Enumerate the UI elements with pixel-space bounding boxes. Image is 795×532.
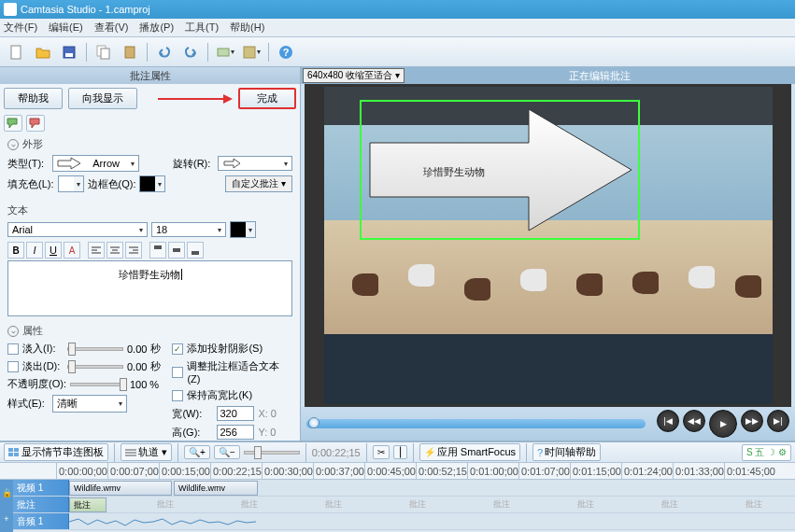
rewind-button[interactable]: ◀◀	[683, 410, 705, 432]
collapse-icon[interactable]: ⌵	[7, 139, 19, 150]
video-track-label[interactable]: 视频 1	[13, 480, 69, 496]
storyboard-button[interactable]: 显示情节串连图板	[4, 443, 108, 461]
new-icon[interactable]	[6, 41, 28, 63]
custom-callout-button[interactable]: 自定义批注 ▾	[225, 175, 292, 192]
callout-track-content[interactable]: 批注 批注 批注 批注 批注 批注 批注 批注 批注	[69, 497, 795, 512]
preview-canvas[interactable]: 珍惜野生动物	[305, 84, 791, 407]
copy-icon[interactable]	[92, 41, 115, 63]
svg-rect-26	[14, 453, 19, 456]
align-left-button[interactable]	[88, 242, 105, 259]
add-callout-icon[interactable]	[4, 115, 22, 132]
height-input[interactable]	[217, 425, 254, 440]
style-dropdown[interactable]: 清晰▾	[52, 395, 127, 413]
timeline-zoom-slider[interactable]	[244, 451, 300, 455]
smartfocus-button[interactable]: ⚡应用 SmartFocus	[419, 443, 520, 461]
expand-icon[interactable]: +	[4, 514, 8, 524]
menu-edit[interactable]: 编辑(E)	[49, 21, 83, 35]
split-button[interactable]: ⎮	[393, 445, 407, 459]
rotate-dropdown[interactable]: ▾	[218, 156, 292, 171]
style-label: 样式(E):	[7, 397, 49, 411]
keep-ratio-checkbox[interactable]	[172, 390, 183, 401]
scrubber[interactable]	[306, 419, 646, 428]
callout-track-label[interactable]: 批注	[13, 497, 69, 512]
paste-icon[interactable]	[119, 41, 141, 63]
main-area: 批注属性 帮助我 向我显示 完成 ⌵外形 类型(T): Arrow▾ 旋转	[0, 67, 795, 441]
forward-button[interactable]: ▶▶	[741, 410, 763, 432]
zoom-dropdown[interactable]: 640x480 收缩至适合 ▾	[303, 68, 405, 83]
next-button[interactable]: ▶|	[767, 410, 789, 432]
audio-track-label[interactable]: 音频 1	[13, 513, 69, 529]
annotation-arrow	[143, 91, 233, 107]
redo-icon[interactable]	[179, 41, 202, 63]
help-me-button[interactable]: 帮助我	[4, 88, 63, 109]
menu-view[interactable]: 查看(V)	[94, 21, 129, 35]
menu-help[interactable]: 帮助(H)	[230, 21, 264, 35]
undo-icon[interactable]	[153, 41, 176, 63]
font-size-dropdown[interactable]: 18▾	[151, 222, 226, 237]
svg-rect-7	[244, 47, 255, 58]
font-dropdown[interactable]: Arial▾	[7, 222, 148, 237]
menu-tools[interactable]: 工具(T)	[185, 21, 219, 35]
prev-button[interactable]: |◀	[657, 410, 679, 432]
track-lock-column: 🔒 +	[0, 480, 13, 532]
video-clip[interactable]: Wildlife.wmv	[174, 481, 258, 496]
text-color-a-button[interactable]: A	[64, 242, 80, 259]
time-ruler[interactable]: 0:00:00;00 0:00:07;00 0:00:15;00 0:00:22…	[0, 463, 795, 480]
resize-text-checkbox[interactable]	[172, 367, 183, 378]
fadein-checkbox[interactable]	[7, 343, 19, 355]
fadeout-slider[interactable]	[67, 365, 123, 369]
remove-callout-icon[interactable]	[26, 115, 45, 132]
cut-button[interactable]: ✂	[373, 445, 390, 459]
done-button[interactable]: 完成	[238, 88, 296, 109]
scrubber-thumb[interactable]	[308, 417, 319, 428]
save-icon[interactable]	[58, 41, 80, 63]
lock-icon[interactable]: 🔒	[2, 488, 12, 497]
menu-file[interactable]: 文件(F)	[4, 21, 37, 35]
fadein-slider[interactable]	[67, 347, 123, 351]
video-clip[interactable]: Wildlife.wmv	[69, 481, 172, 496]
zoom-out-button[interactable]: 🔍−	[214, 445, 240, 459]
produce-icon[interactable]: ▾	[214, 41, 236, 63]
video-track-content[interactable]: Wildlife.wmv Wildlife.wmv	[69, 480, 795, 496]
fill-label: 填充色(L):	[7, 177, 54, 191]
tools-icon[interactable]: ▾	[240, 41, 263, 63]
preview-header: 640x480 收缩至适合 ▾ 正在编辑批注	[301, 67, 795, 84]
bold-button[interactable]: B	[7, 242, 24, 259]
opacity-slider[interactable]	[70, 383, 126, 386]
callout-text: 珍惜野生动物	[423, 166, 485, 177]
callout-track: 批注 批注 批注 批注 批注 批注 批注 批注 批注 批注	[13, 497, 795, 513]
fill-color-button[interactable]: ▾	[58, 175, 84, 192]
valign-mid-button[interactable]	[168, 242, 185, 259]
shadow-label: 添加投射阴影(S)	[187, 342, 263, 356]
help-icon[interactable]: ?	[275, 41, 297, 63]
menu-play[interactable]: 播放(P)	[139, 21, 174, 35]
open-icon[interactable]	[32, 41, 54, 63]
type-dropdown[interactable]: Arrow▾	[52, 155, 139, 172]
italic-button[interactable]: I	[26, 242, 43, 259]
underline-button[interactable]: U	[45, 242, 62, 259]
app-icon	[4, 3, 17, 16]
border-color-button[interactable]: ▾	[139, 175, 165, 192]
valign-bot-button[interactable]	[187, 242, 204, 259]
callout-clip[interactable]: 批注	[69, 497, 106, 512]
ime-indicator[interactable]: S 五 ☽ ⚙	[742, 444, 791, 461]
window-title: Camtasia Studio - 1.camproj	[21, 4, 150, 15]
zoom-in-button[interactable]: 🔍+	[184, 445, 210, 459]
opacity-value: 100 %	[130, 379, 159, 390]
width-input[interactable]	[217, 406, 254, 421]
align-center-button[interactable]	[106, 242, 123, 259]
audio-track: 音频 1	[13, 513, 795, 530]
text-color-button[interactable]: ▾	[230, 221, 256, 238]
collapse-icon[interactable]: ⌵	[7, 326, 19, 337]
align-right-button[interactable]	[125, 242, 142, 259]
valign-top-button[interactable]	[149, 242, 166, 259]
audio-track-content[interactable]	[69, 513, 795, 529]
play-button[interactable]: ▶	[709, 410, 737, 438]
show-me-button[interactable]: 向我显示	[68, 88, 137, 109]
callout-arrow-shape[interactable]: 珍惜野生动物	[365, 105, 636, 234]
callout-text-input[interactable]: 珍惜野生动物	[7, 260, 292, 316]
shadow-checkbox[interactable]: ✓	[172, 343, 183, 355]
timeline-help-button[interactable]: ?时间轴帮助	[532, 443, 601, 461]
tracks-button[interactable]: 轨道 ▾	[121, 443, 172, 461]
fadeout-checkbox[interactable]	[7, 361, 19, 372]
